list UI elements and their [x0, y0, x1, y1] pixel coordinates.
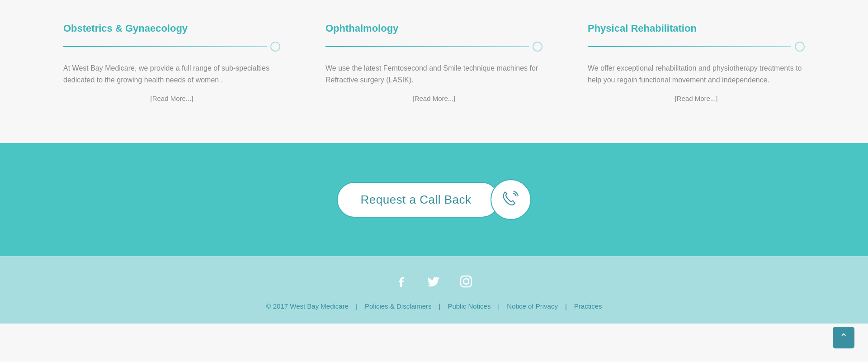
card-obstetrics-title: Obstetrics & Gynaecology — [63, 23, 280, 34]
card-ophthalmology-title: Ophthalmology — [326, 23, 542, 34]
phone-svg — [500, 188, 522, 211]
cards-section: Obstetrics & Gynaecology At West Bay Med… — [0, 0, 868, 143]
request-callback-button[interactable]: Request a Call Back — [337, 182, 499, 218]
footer-link-public-notices[interactable]: Public Notices — [440, 302, 498, 310]
card-obstetrics: Obstetrics & Gynaecology At West Bay Med… — [54, 14, 289, 116]
divider-line — [588, 46, 791, 47]
divider-line — [63, 46, 267, 47]
card-rehabilitation-text: We offer exceptional rehabilitation and … — [588, 62, 805, 86]
card-obstetrics-read-more[interactable]: [Read More...] — [63, 95, 280, 102]
divider-circle — [795, 42, 805, 52]
svg-point-2 — [469, 278, 470, 279]
instagram-icon[interactable] — [459, 274, 473, 289]
phone-icon — [491, 179, 531, 220]
divider-circle — [270, 42, 280, 52]
social-icons — [0, 274, 868, 289]
card-obstetrics-divider — [63, 42, 280, 52]
footer-link-notice-privacy[interactable]: Notice of Privacy — [500, 302, 565, 310]
footer-copyright: © 2017 West Bay Medicare — [259, 302, 356, 310]
svg-rect-0 — [461, 276, 472, 287]
card-ophthalmology-read-more[interactable]: [Read More...] — [326, 95, 542, 102]
twitter-icon[interactable] — [426, 274, 441, 289]
card-ophthalmology: Ophthalmology We use the latest Femtosec… — [316, 14, 552, 116]
footer-link-practices[interactable]: Practices — [567, 302, 609, 310]
card-rehabilitation-title: Physical Rehabilitation — [588, 23, 805, 34]
card-rehabilitation-divider — [588, 42, 805, 52]
footer-social: © 2017 West Bay Medicare | Policies & Di… — [0, 256, 868, 324]
svg-point-1 — [463, 279, 469, 284]
card-ophthalmology-divider — [326, 42, 542, 52]
card-rehabilitation-read-more[interactable]: [Read More...] — [588, 95, 805, 102]
divider-circle — [533, 42, 542, 52]
cta-section: Request a Call Back — [0, 143, 868, 256]
divider-line — [326, 46, 529, 47]
card-rehabilitation: Physical Rehabilitation We offer excepti… — [579, 14, 814, 116]
card-ophthalmology-text: We use the latest Femtosecond and Smile … — [326, 62, 542, 86]
facebook-icon[interactable] — [395, 275, 408, 288]
footer-links: © 2017 West Bay Medicare | Policies & Di… — [0, 302, 868, 310]
cta-button-wrapper: Request a Call Back — [337, 179, 531, 220]
footer-link-policies[interactable]: Policies & Disclaimers — [358, 302, 439, 310]
card-obstetrics-text: At West Bay Medicare, we provide a full … — [63, 62, 280, 86]
